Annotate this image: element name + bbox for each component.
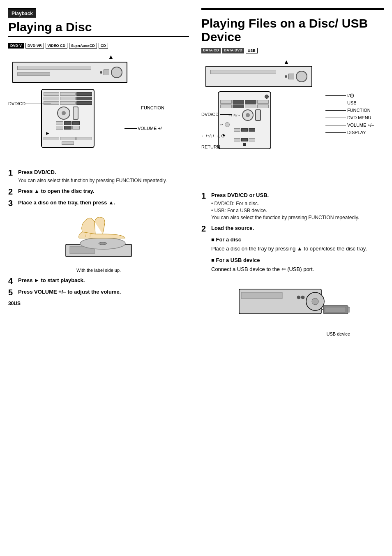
step-1-num: 1 xyxy=(8,169,15,177)
left-remote-diagram: ► DVD/CD xyxy=(8,89,164,163)
step-5: 5 Press VOLUME +/– to adjust the volume. xyxy=(8,288,189,297)
svg-point-3 xyxy=(99,242,107,245)
right-top-divider xyxy=(201,8,384,10)
page-number: 30US xyxy=(8,301,189,306)
step-3-text: Place a disc on the tray, then press ▲. xyxy=(18,199,115,206)
usb-svg xyxy=(235,281,350,334)
volume-label-right: VOLUME +/– xyxy=(347,123,374,127)
arrows-label: ←/↑/↓/→, ⊙ xyxy=(201,133,225,139)
display-label: DISPLAY xyxy=(347,130,366,135)
right-badge-datadvd: DATA DVD xyxy=(222,48,244,53)
right-format-badges: DATA CD DATA DVD USB xyxy=(201,48,384,53)
for-disc-text: Place a disc on the tray by pressing ▲ t… xyxy=(211,245,367,253)
right-step-1-num: 1 xyxy=(201,192,208,200)
disc-caption: With the label side up. xyxy=(58,268,140,273)
right-step-1-bold: Press DVD/CD or USB. xyxy=(211,192,269,198)
svg-point-11 xyxy=(301,296,304,299)
step-5-text: Press VOLUME +/– to adjust the volume. xyxy=(18,288,121,296)
dvdcd-label-right: DVD/CD xyxy=(201,112,219,117)
svg-point-9 xyxy=(312,298,318,305)
left-steps: 1 Press DVD/CD. You can also select this… xyxy=(8,169,189,207)
left-section-title: Playing a Disc xyxy=(8,20,189,37)
step-4-bold: Press ► to start playback. xyxy=(18,277,85,283)
left-column: Playback Playing a Disc DVD-V DVD-VR VID… xyxy=(8,8,189,548)
left-format-badges: DVD-V DVD-VR VIDEO CD SuperAudioCD CD xyxy=(8,43,189,49)
right-step-2-bold: Load the source. xyxy=(211,225,254,231)
right-device-top: ▲ xyxy=(201,58,384,87)
format-badge-videocd: VIDEO CD xyxy=(46,43,68,49)
svg-rect-14 xyxy=(325,307,346,312)
function-label-left: FUNCTION xyxy=(141,105,164,110)
right-step-1-text: Press DVD/CD or USB. • DVD/CD: For a dis… xyxy=(211,192,359,221)
right-badge-datacd: DATA CD xyxy=(201,48,221,53)
usb-label: USB xyxy=(347,100,357,105)
for-disc-section: ■ For a disc Place a disc on the tray by… xyxy=(211,236,367,253)
right-section-title: Playing Files on a Disc/ USB Device xyxy=(201,16,384,44)
step-1-bold: Press DVD/CD. xyxy=(18,169,56,175)
for-usb-section: ■ For a USB device Connect a USB device … xyxy=(211,257,367,273)
right-column: Playing Files on a Disc/ USB Device DATA… xyxy=(201,8,384,548)
step-2-bold: Press ▲ to open the disc tray. xyxy=(18,188,94,194)
right-step-2-text: Load the source. ■ For a disc Place a di… xyxy=(211,225,367,277)
step-4-text: Press ► to start playback. xyxy=(18,277,85,284)
step-3: 3 Place a disc on the tray, then press ▲… xyxy=(8,199,189,207)
return-label: RETURN xyxy=(201,144,220,149)
step-5-bold: Press VOLUME +/– to adjust the volume. xyxy=(18,289,121,295)
right-remote-diagram: ←/↑/↓/→ ↩ xyxy=(201,91,374,186)
page-container: Playback Playing a Disc DVD-V DVD-VR VID… xyxy=(0,0,392,556)
step-1: 1 Press DVD/CD. You can also select this… xyxy=(8,169,189,184)
svg-rect-7 xyxy=(241,292,282,299)
step-5-num: 5 xyxy=(8,288,15,297)
svg-point-10 xyxy=(297,296,300,299)
format-badge-cd: CD xyxy=(99,43,108,49)
right-badge-usb: USB xyxy=(246,48,258,53)
format-badge-supercd: SuperAudioCD xyxy=(69,43,97,49)
eject-arrow-top: ▲ xyxy=(33,53,189,61)
step-3-bold: Place a disc on the tray, then press ▲. xyxy=(18,199,115,206)
right-step-1-bullets: • DVD/CD: For a disc. • USB: For a USB d… xyxy=(211,200,359,221)
step-3-num: 3 xyxy=(8,199,15,207)
two-col-layout: Playback Playing a Disc DVD-V DVD-VR VID… xyxy=(8,8,384,548)
for-usb-text: Connect a USB device to the ⇐ (USB) port… xyxy=(211,266,367,273)
format-badge-dvdvr: DVD-VR xyxy=(25,43,44,49)
svg-rect-13 xyxy=(348,307,350,312)
disc-illustration: With the label side up. xyxy=(58,211,140,273)
usb-illustration: USB device xyxy=(235,281,350,336)
power-label: I/⏻ xyxy=(347,93,354,98)
dvdcd-label-left: DVD/CD xyxy=(8,101,25,106)
function-label-right: FUNCTION xyxy=(347,108,371,113)
right-step-2-num: 2 xyxy=(201,225,208,233)
dvd-menu-label: DVD MENU xyxy=(347,115,371,120)
step-2-num: 2 xyxy=(8,188,15,196)
right-steps: 1 Press DVD/CD or USB. • DVD/CD: For a d… xyxy=(201,192,384,277)
left-steps-2: 4 Press ► to start playback. 5 Press VOL… xyxy=(8,277,189,297)
volume-label-left: VOLUME +/– xyxy=(138,126,164,131)
for-usb-title: ■ For a USB device xyxy=(211,257,367,264)
step-1-sub: You can also select this function by pre… xyxy=(18,177,167,184)
format-badge-dvdv: DVD-V xyxy=(8,43,24,49)
step-2: 2 Press ▲ to open the disc tray. xyxy=(8,188,189,196)
disc-svg xyxy=(58,211,140,265)
step-4-num: 4 xyxy=(8,277,15,285)
step-4: 4 Press ► to start playback. xyxy=(8,277,189,285)
right-step-2: 2 Load the source. ■ For a disc Place a … xyxy=(201,225,384,277)
left-device-diagram: ▲ xyxy=(8,53,189,83)
for-disc-title: ■ For a disc xyxy=(211,236,367,243)
step-2-text: Press ▲ to open the disc tray. xyxy=(18,188,94,195)
right-step-1: 1 Press DVD/CD or USB. • DVD/CD: For a d… xyxy=(201,192,384,221)
step-1-text: Press DVD/CD. You can also select this f… xyxy=(18,169,167,184)
playback-badge: Playback xyxy=(8,8,36,18)
